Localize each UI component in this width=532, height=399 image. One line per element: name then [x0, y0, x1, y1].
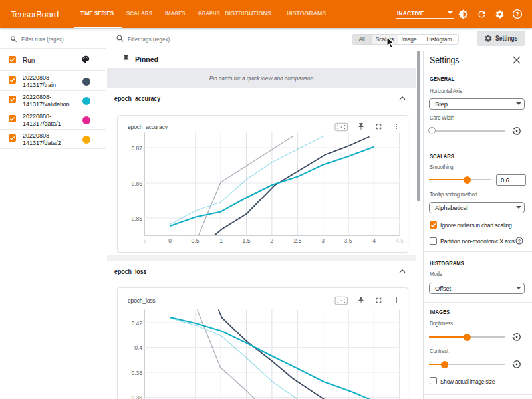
svg-text:?: ? [515, 11, 519, 17]
svg-text:?: ? [518, 238, 521, 243]
